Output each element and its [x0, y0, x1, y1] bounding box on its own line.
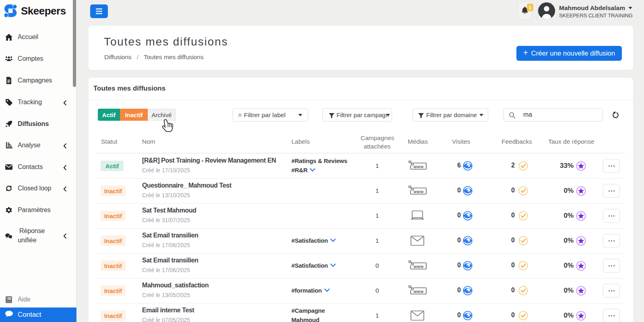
- svg-text:www: www: [413, 289, 423, 294]
- svg-text:www: www: [413, 264, 423, 269]
- svg-text:www: www: [413, 190, 423, 194]
- svg-text:www: www: [413, 165, 423, 169]
